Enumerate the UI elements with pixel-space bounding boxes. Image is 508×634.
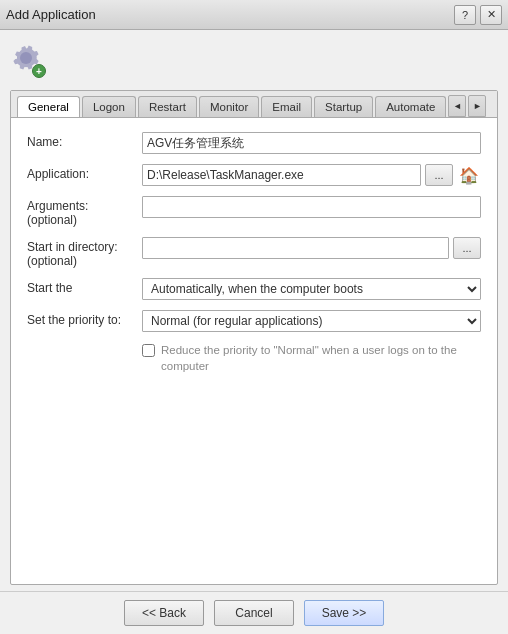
application-control: ... 🏠 [142,164,481,186]
startthe-select[interactable]: Automatically, when the computer boots M… [142,278,481,300]
icon-area: + [10,38,498,82]
tab-general[interactable]: General [17,96,80,118]
form-row-application: Application: ... 🏠 [27,164,481,186]
cancel-button[interactable]: Cancel [214,600,294,626]
tab-container: General Logon Restart Monitor Email Star… [10,90,498,585]
arguments-label: Arguments:(optional) [27,196,142,227]
app-icon: + [10,42,46,78]
tab-startup[interactable]: Startup [314,96,373,117]
form-row-name: Name: [27,132,481,154]
startin-label: Start in directory:(optional) [27,237,142,268]
arguments-control [142,196,481,218]
title-bar-buttons: ? ✕ [454,5,502,25]
tab-scroll-left[interactable]: ◄ [448,95,466,117]
priority-control: Normal (for regular applications) Low Hi… [142,310,481,332]
application-browse-button[interactable]: ... [425,164,453,186]
name-input[interactable] [142,132,481,154]
tab-content-general: Name: Application: ... 🏠 Arguments:(opti… [11,118,497,468]
tab-logon[interactable]: Logon [82,96,136,117]
checkbox-row-priority: Reduce the priority to "Normal" when a u… [142,342,481,374]
plus-badge: + [32,64,46,78]
priority-select[interactable]: Normal (for regular applications) Low Hi… [142,310,481,332]
home-icon-button[interactable]: 🏠 [457,164,481,186]
tab-monitor[interactable]: Monitor [199,96,259,117]
startin-browse-button[interactable]: ... [453,237,481,259]
reduce-priority-checkbox[interactable] [142,344,155,357]
tab-automate[interactable]: Automate [375,96,446,117]
startthe-label: Start the [27,278,142,295]
application-label: Application: [27,164,142,181]
tab-bar: General Logon Restart Monitor Email Star… [11,91,497,118]
tab-scroll-right[interactable]: ► [468,95,486,117]
startthe-control: Automatically, when the computer boots M… [142,278,481,300]
tab-email[interactable]: Email [261,96,312,117]
form-row-startin: Start in directory:(optional) ... [27,237,481,268]
help-button[interactable]: ? [454,5,476,25]
dialog-title: Add Application [6,7,96,22]
spacer [27,374,481,454]
form-row-arguments: Arguments:(optional) [27,196,481,227]
startin-control: ... [142,237,481,259]
form-row-priority: Set the priority to: Normal (for regular… [27,310,481,332]
close-button[interactable]: ✕ [480,5,502,25]
footer: << Back Cancel Save >> [0,591,508,634]
dialog-body: + General Logon Restart Monitor Email St… [0,30,508,591]
name-control [142,132,481,154]
name-label: Name: [27,132,142,149]
save-button[interactable]: Save >> [304,600,384,626]
reduce-priority-label: Reduce the priority to "Normal" when a u… [161,342,481,374]
title-bar: Add Application ? ✕ [0,0,508,30]
priority-label: Set the priority to: [27,310,142,327]
form-row-startthe: Start the Automatically, when the comput… [27,278,481,300]
arguments-input[interactable] [142,196,481,218]
application-input[interactable] [142,164,421,186]
startin-input[interactable] [142,237,449,259]
back-button[interactable]: << Back [124,600,204,626]
tab-restart[interactable]: Restart [138,96,197,117]
